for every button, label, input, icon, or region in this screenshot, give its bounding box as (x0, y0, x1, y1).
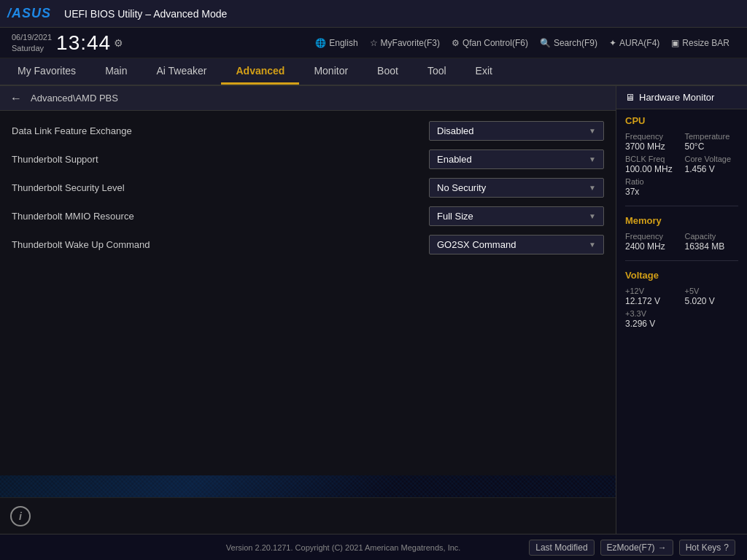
clock-bar: 06/19/2021 Saturday 13:44 ⚙ 🌐 English ☆ … (0, 28, 747, 58)
settings-gear-icon[interactable]: ⚙ (114, 37, 123, 49)
ratio-label: Ratio (625, 177, 679, 186)
cpu-freq-label-cell: Frequency 3700 MHz (625, 132, 679, 152)
hotkeys-button[interactable]: Hot Keys ? (679, 540, 735, 556)
hw-monitor-header: 🖥 Hardware Monitor (616, 86, 747, 109)
resize-icon: ▣ (671, 38, 679, 48)
security-level-label: Thunderbolt Security Level (12, 182, 429, 193)
v33-value: 3.296 V (625, 319, 679, 329)
cpu-section: CPU Frequency 3700 MHz Temperature 50°C … (616, 109, 747, 203)
mmio-dropdown[interactable]: Full Size ▼ (429, 206, 604, 226)
footer-buttons: Last Modified EzMode(F7) → Hot Keys ? (529, 540, 735, 556)
setting-row-thunderbolt-support: Thunderbolt Support Enabled ▼ (0, 145, 616, 174)
thunderbolt-support-arrow: ▼ (589, 155, 596, 163)
voltage-grid: +12V 12.172 V +5V 5.020 V +3.3V 3.296 V (625, 287, 738, 329)
aura-button[interactable]: ✦ AURA(F4) (603, 36, 665, 50)
thunderbolt-support-control[interactable]: Enabled ▼ (429, 149, 604, 169)
cpu-temp-value: 50°C (685, 141, 739, 152)
breadcrumb-text: Advanced\AMD PBS (31, 93, 118, 104)
setting-row-security-level: Thunderbolt Security Level No Security ▼ (0, 174, 616, 202)
ezmode-arrow-icon: → (658, 542, 667, 553)
day-text: Saturday (12, 43, 52, 53)
core-voltage-value: 1.456 V (685, 164, 739, 174)
resizebar-button[interactable]: ▣ Resize BAR (665, 36, 735, 50)
v12-label: +12V (625, 287, 679, 295)
v12-cell: +12V 12.172 V (625, 287, 679, 306)
top-bar: /ASUS UEFI BIOS Utility – Advanced Mode (0, 0, 747, 28)
mmio-control[interactable]: Full Size ▼ (429, 206, 604, 226)
v33-label: +3.3V (625, 309, 679, 318)
footer: Version 2.20.1271. Copyright (C) 2021 Am… (0, 534, 747, 560)
breadcrumb-back-button[interactable]: ← (10, 92, 22, 105)
star-icon: ☆ (370, 38, 378, 48)
content-area: ← Advanced\AMD PBS Data Link Feature Exc… (0, 86, 747, 534)
nav-monitor[interactable]: Monitor (299, 58, 363, 85)
wakeup-dropdown[interactable]: GO2SX Command ▼ (429, 235, 604, 254)
nav-main[interactable]: Main (90, 58, 142, 85)
left-panel: ← Advanced\AMD PBS Data Link Feature Exc… (0, 86, 616, 534)
v5-cell: +5V 5.020 V (685, 287, 739, 306)
hw-monitor-title: Hardware Monitor (639, 92, 714, 103)
clock-display: 13:44 (56, 31, 111, 55)
monitor-icon: 🖥 (625, 92, 635, 103)
thunderbolt-support-dropdown[interactable]: Enabled ▼ (429, 149, 604, 169)
core-voltage-cell: Core Voltage 1.456 V (685, 155, 739, 174)
info-bar: i (0, 497, 616, 534)
nav-boot[interactable]: Boot (363, 58, 413, 85)
settings-list: Data Link Feature Exchange Disabled ▼ Th… (0, 111, 616, 497)
mmio-arrow: ▼ (589, 212, 596, 220)
mem-freq-cell: Frequency 2400 MHz (625, 232, 679, 252)
ratio-cell: Ratio 37x (625, 177, 679, 197)
copyright-text: Version 2.20.1271. Copyright (C) 2021 Am… (158, 543, 529, 552)
mem-freq-label: Frequency (625, 232, 679, 241)
mem-capacity-value: 16384 MB (685, 241, 739, 252)
info-icon: i (10, 506, 31, 526)
wakeup-control[interactable]: GO2SX Command ▼ (429, 235, 604, 254)
cpu-memory-divider (625, 206, 738, 206)
setting-row-mmio: Thunderbolt MMIO Resource Full Size ▼ (0, 202, 616, 230)
data-link-label: Data Link Feature Exchange (12, 125, 429, 136)
setting-row-wakeup: Thunderbolt Wake Up Command GO2SX Comman… (0, 230, 616, 259)
security-level-dropdown[interactable]: No Security ▼ (429, 178, 604, 198)
asus-logo: /ASUS (7, 6, 51, 21)
last-modified-button[interactable]: Last Modified (529, 540, 594, 556)
nav-tool[interactable]: Tool (413, 58, 461, 85)
cpu-freq-label: Frequency (625, 132, 679, 141)
bclk-label: BCLK Freq (625, 155, 679, 163)
data-link-control[interactable]: Disabled ▼ (429, 121, 604, 141)
cpu-section-title: CPU (625, 115, 738, 126)
bclk-cell: BCLK Freq 100.00 MHz (625, 155, 679, 174)
hardware-monitor-panel: 🖥 Hardware Monitor CPU Frequency 3700 MH… (616, 86, 747, 534)
data-link-value: Disabled (437, 125, 474, 136)
security-level-arrow: ▼ (589, 184, 596, 192)
breadcrumb-bar: ← Advanced\AMD PBS (0, 86, 616, 111)
search-button[interactable]: 🔍 Search(F9) (534, 36, 603, 50)
nav-advanced[interactable]: Advanced (221, 58, 299, 85)
thunderbolt-support-value: Enabled (437, 154, 472, 165)
thunderbolt-support-label: Thunderbolt Support (12, 154, 429, 165)
language-button[interactable]: 🌐 English (309, 36, 363, 50)
myfavorite-button[interactable]: ☆ MyFavorite(F3) (364, 36, 446, 50)
main-nav: My Favorites Main Ai Tweaker Advanced Mo… (0, 58, 747, 86)
bios-title: UEFI BIOS Utility – Advanced Mode (64, 8, 227, 20)
memory-section: Memory Frequency 2400 MHz Capacity 16384… (616, 209, 747, 257)
v12-value: 12.172 V (625, 296, 679, 306)
mmio-value: Full Size (437, 211, 473, 222)
wakeup-arrow: ▼ (589, 241, 596, 249)
nav-ai-tweaker[interactable]: Ai Tweaker (142, 58, 221, 85)
aura-icon: ✦ (609, 38, 616, 48)
cpu-temp-label: Temperature (685, 132, 739, 141)
cpu-freq-value: 3700 MHz (625, 141, 679, 152)
mem-freq-value: 2400 MHz (625, 241, 679, 252)
security-level-control[interactable]: No Security ▼ (429, 178, 604, 198)
setting-row-data-link: Data Link Feature Exchange Disabled ▼ (0, 117, 616, 145)
nav-exit[interactable]: Exit (461, 58, 507, 85)
data-link-dropdown[interactable]: Disabled ▼ (429, 121, 604, 141)
date-block: 06/19/2021 Saturday (12, 32, 52, 53)
bclk-value: 100.00 MHz (625, 164, 679, 174)
ezmode-button[interactable]: EzMode(F7) → (600, 540, 673, 556)
qfan-button[interactable]: ⚙ Qfan Control(F6) (446, 36, 534, 50)
date-text: 06/19/2021 (12, 32, 52, 42)
nav-my-favorites[interactable]: My Favorites (3, 58, 90, 85)
security-level-value: No Security (437, 182, 486, 193)
memory-section-title: Memory (625, 215, 738, 226)
